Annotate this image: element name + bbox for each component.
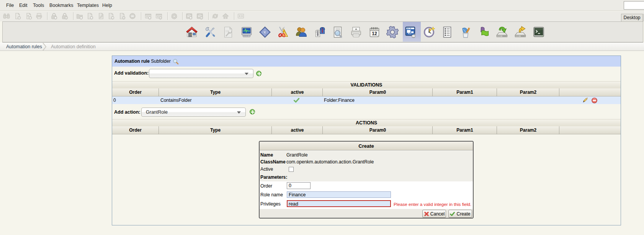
svg-text:12: 12 [372,31,377,36]
